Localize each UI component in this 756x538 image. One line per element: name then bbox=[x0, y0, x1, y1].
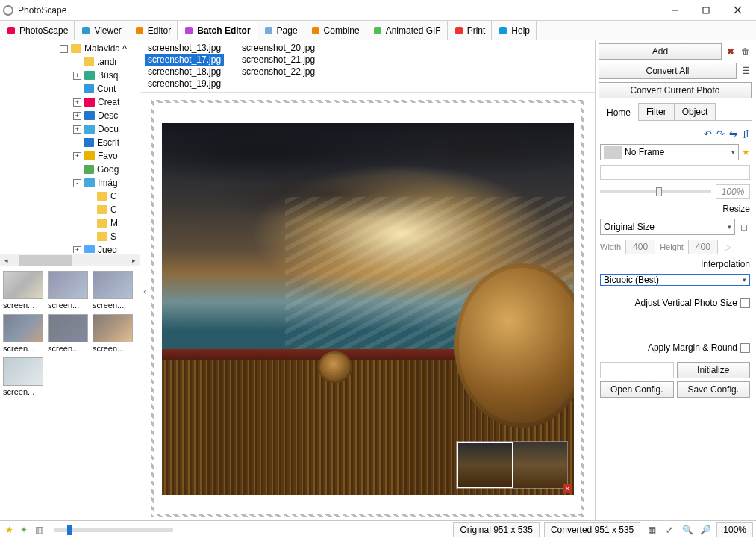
tree-item[interactable]: M bbox=[0, 216, 140, 230]
list-icon[interactable]: ☰ bbox=[740, 65, 752, 77]
thumbnail[interactable]: screen... bbox=[93, 271, 133, 310]
tab-help[interactable]: Help bbox=[492, 21, 537, 40]
remove-icon[interactable]: ✖ bbox=[725, 46, 737, 57]
file-item[interactable]: screenshot_17.jpg bbox=[145, 54, 224, 66]
adjust-vertical-checkbox[interactable] bbox=[740, 298, 750, 308]
tab-combine[interactable]: Combine bbox=[304, 21, 366, 40]
tree-item[interactable]: C bbox=[0, 190, 140, 203]
aspect-lock-icon[interactable]: ◻ bbox=[738, 221, 750, 233]
file-list[interactable]: screenshot_13.jpgscreenshot_17.jpgscreen… bbox=[140, 40, 595, 93]
expand-icon[interactable]: + bbox=[73, 72, 81, 80]
contact-icon bbox=[83, 84, 95, 94]
open-config-button[interactable]: Open Config. bbox=[600, 381, 674, 398]
undo-icon[interactable]: ↶ bbox=[704, 128, 712, 140]
tree-item[interactable]: +Búsq bbox=[0, 69, 140, 82]
tree-item[interactable]: -Malavida ^ bbox=[0, 42, 140, 55]
expand-icon[interactable]: + bbox=[73, 98, 81, 107]
file-item[interactable]: screenshot_22.jpg bbox=[239, 66, 318, 78]
tree-item[interactable]: .andr bbox=[0, 55, 140, 69]
file-item[interactable]: screenshot_21.jpg bbox=[239, 54, 318, 66]
thumbnail[interactable]: screen... bbox=[93, 314, 133, 353]
apply-margin-checkbox[interactable] bbox=[740, 343, 750, 353]
convert-current-button[interactable]: Convert Current Photo bbox=[599, 82, 752, 98]
prop-tab-home[interactable]: Home bbox=[599, 104, 639, 121]
redo-icon[interactable]: ↷ bbox=[716, 128, 725, 140]
tab-animated-gif[interactable]: Animated GIF bbox=[366, 21, 448, 40]
scroll-right-icon[interactable]: ▸ bbox=[128, 255, 140, 266]
grid-icon[interactable]: ▦ bbox=[645, 523, 658, 537]
config-name-input[interactable] bbox=[600, 362, 674, 378]
tab-editor[interactable]: Editor bbox=[128, 21, 178, 40]
stack-icon[interactable]: ▥ bbox=[33, 524, 45, 536]
thumbnail[interactable]: screen... bbox=[48, 271, 88, 310]
tab-page[interactable]: Page bbox=[257, 21, 304, 40]
tree-item[interactable]: +Creat bbox=[0, 96, 140, 109]
trash-icon[interactable]: 🗑 bbox=[740, 46, 752, 57]
preview-image[interactable]: × bbox=[162, 123, 574, 495]
tree-item[interactable]: Goog bbox=[0, 163, 140, 176]
file-item[interactable]: screenshot_20.jpg bbox=[239, 42, 318, 54]
file-item[interactable]: screenshot_13.jpg bbox=[145, 42, 224, 54]
tree-item[interactable]: +Docu bbox=[0, 122, 140, 136]
tree-item[interactable]: C bbox=[0, 203, 140, 216]
expand-icon[interactable]: - bbox=[73, 179, 81, 187]
chevron-down-icon: ▾ bbox=[743, 276, 746, 284]
frame-select[interactable]: No Frame ▾ bbox=[600, 144, 739, 160]
tab-photoscape[interactable]: PhotoScape bbox=[0, 21, 75, 40]
flip-h-icon[interactable]: ⇋ bbox=[729, 128, 737, 140]
frame-opacity-slider[interactable] bbox=[600, 190, 711, 193]
tree-item[interactable]: Cont bbox=[0, 82, 140, 96]
tree-hscrollbar[interactable]: ◂ ▸ bbox=[0, 254, 140, 266]
thumbnail[interactable]: screen... bbox=[3, 357, 43, 396]
thumb-image bbox=[48, 271, 88, 299]
expand-icon[interactable]: + bbox=[73, 112, 81, 120]
thumbnail[interactable]: screen... bbox=[3, 314, 43, 353]
tree-item[interactable]: S bbox=[0, 230, 140, 243]
flip-v-icon[interactable]: ⇵ bbox=[742, 128, 750, 140]
close-button[interactable] bbox=[722, 1, 753, 20]
scroll-left-icon[interactable]: ◂ bbox=[0, 255, 12, 266]
favorite-icon[interactable]: ★ bbox=[742, 147, 750, 157]
tab-viewer[interactable]: Viewer bbox=[75, 21, 128, 40]
save-config-button[interactable]: Save Config. bbox=[677, 381, 751, 398]
collapse-left-icon[interactable]: ‹ bbox=[143, 285, 147, 297]
minimize-button[interactable] bbox=[659, 1, 690, 20]
expand-icon[interactable]: + bbox=[73, 125, 81, 134]
scroll-thumb[interactable] bbox=[19, 255, 72, 266]
app-icon bbox=[84, 97, 96, 107]
prop-tab-object[interactable]: Object bbox=[674, 103, 716, 120]
resize-mode-select[interactable]: Original Size ▾ bbox=[600, 219, 735, 235]
puzzle-icon[interactable]: ✦ bbox=[18, 524, 30, 536]
convert-all-button[interactable]: Convert All bbox=[599, 63, 737, 79]
thumb-size-slider[interactable] bbox=[54, 528, 173, 532]
prop-tab-filter[interactable]: Filter bbox=[638, 103, 675, 120]
before-after-thumb[interactable] bbox=[456, 441, 568, 489]
close-preview-icon[interactable]: × bbox=[563, 484, 572, 493]
tree-item[interactable]: -Imág bbox=[0, 176, 140, 190]
tree-item[interactable]: +Jueg bbox=[0, 243, 140, 253]
folder-tree[interactable]: -Malavida ^.andr+BúsqCont+Creat+Desc+Doc… bbox=[0, 40, 140, 253]
tree-item[interactable]: Escrit bbox=[0, 136, 140, 149]
add-button[interactable]: Add bbox=[599, 43, 722, 60]
expand-icon[interactable]: + bbox=[73, 246, 81, 254]
tab-print[interactable]: Print bbox=[448, 21, 493, 40]
height-input[interactable]: 400 bbox=[688, 240, 718, 254]
fit-icon[interactable]: ⤢ bbox=[663, 523, 676, 537]
tree-item[interactable]: +Favo bbox=[0, 149, 140, 163]
expand-icon[interactable]: - bbox=[60, 45, 68, 53]
thumbnail[interactable]: screen... bbox=[3, 271, 43, 310]
tree-item[interactable]: +Desc bbox=[0, 109, 140, 122]
expand-icon[interactable]: + bbox=[73, 152, 81, 160]
maximize-button[interactable] bbox=[690, 1, 722, 20]
thumbnail[interactable]: screen... bbox=[48, 314, 88, 353]
zoom-out-icon[interactable]: 🔍 bbox=[681, 523, 694, 537]
apply-size-icon[interactable]: ▷ bbox=[722, 241, 734, 253]
zoom-in-icon[interactable]: 🔎 bbox=[699, 523, 712, 537]
tab-batch-editor[interactable]: Batch Editor bbox=[178, 21, 257, 40]
initialize-button[interactable]: Initialize bbox=[677, 362, 751, 378]
star-icon[interactable]: ★ bbox=[3, 524, 15, 536]
width-input[interactable]: 400 bbox=[625, 240, 655, 254]
file-item[interactable]: screenshot_19.jpg bbox=[145, 78, 224, 90]
file-item[interactable]: screenshot_18.jpg bbox=[145, 66, 224, 78]
interpolation-select[interactable]: Bicubic (Best) ▾ bbox=[600, 274, 750, 286]
